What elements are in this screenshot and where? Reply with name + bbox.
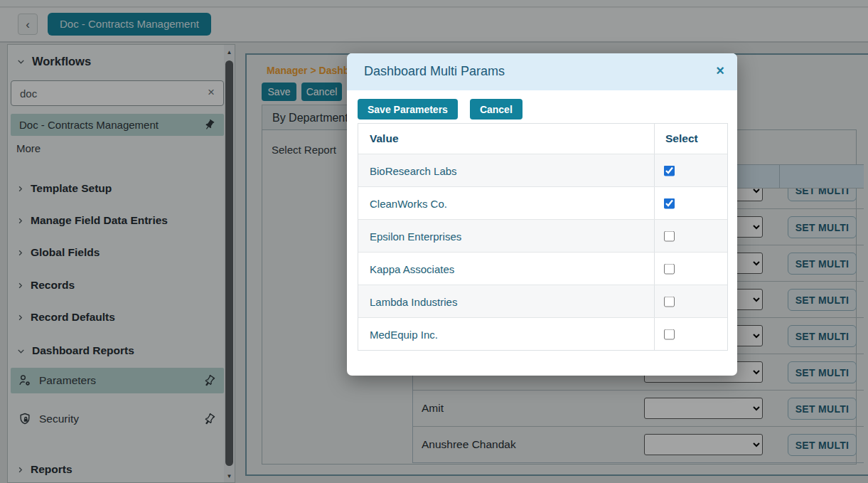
- param-option-checkbox[interactable]: [664, 263, 675, 274]
- param-select-cell: [654, 154, 728, 186]
- param-option-checkbox[interactable]: [664, 296, 675, 307]
- param-option-checkbox[interactable]: [664, 165, 675, 176]
- param-option-checkbox[interactable]: [664, 198, 675, 208]
- column-header-value: Value: [370, 132, 399, 145]
- param-option-row: MedEquip Inc.: [358, 317, 727, 350]
- multi-params-table-header: Value Select: [358, 124, 727, 154]
- param-option-label: BioResearch Labs: [370, 164, 457, 176]
- param-option-row: CleanWorks Co.: [358, 186, 727, 219]
- multi-params-table: Value Select BioResearch LabsCleanWorks …: [358, 123, 728, 351]
- param-option-label: Lambda Industries: [370, 295, 457, 307]
- param-option-row: BioResearch Labs: [358, 154, 727, 186]
- dashboard-multi-params-modal: Dashboard Multi Params × Save Parameters…: [347, 53, 737, 376]
- param-option-label: Epsilon Enterprises: [370, 230, 461, 242]
- param-option-label: CleanWorks Co.: [370, 197, 447, 209]
- save-parameters-button[interactable]: Save Parameters: [358, 99, 458, 120]
- param-select-cell: [654, 220, 728, 252]
- param-option-row: Lambda Industries: [358, 285, 727, 317]
- close-icon[interactable]: ×: [716, 63, 724, 79]
- app-window: ‹ Doc - Contracts Management Workflows ×…: [0, 0, 868, 483]
- param-select-cell: [654, 187, 728, 219]
- param-option-checkbox[interactable]: [664, 230, 675, 241]
- param-option-label: MedEquip Inc.: [370, 328, 438, 340]
- param-option-checkbox[interactable]: [664, 329, 675, 339]
- modal-cancel-button[interactable]: Cancel: [470, 99, 523, 120]
- modal-title: Dashboard Multi Params: [364, 64, 505, 79]
- param-option-row: Epsilon Enterprises: [358, 219, 727, 252]
- param-option-row: Kappa Associates: [358, 252, 727, 285]
- param-option-label: Kappa Associates: [370, 262, 454, 275]
- param-select-cell: [654, 285, 728, 317]
- param-select-cell: [654, 318, 728, 350]
- param-select-cell: [654, 253, 728, 285]
- modal-header: Dashboard Multi Params ×: [347, 53, 737, 90]
